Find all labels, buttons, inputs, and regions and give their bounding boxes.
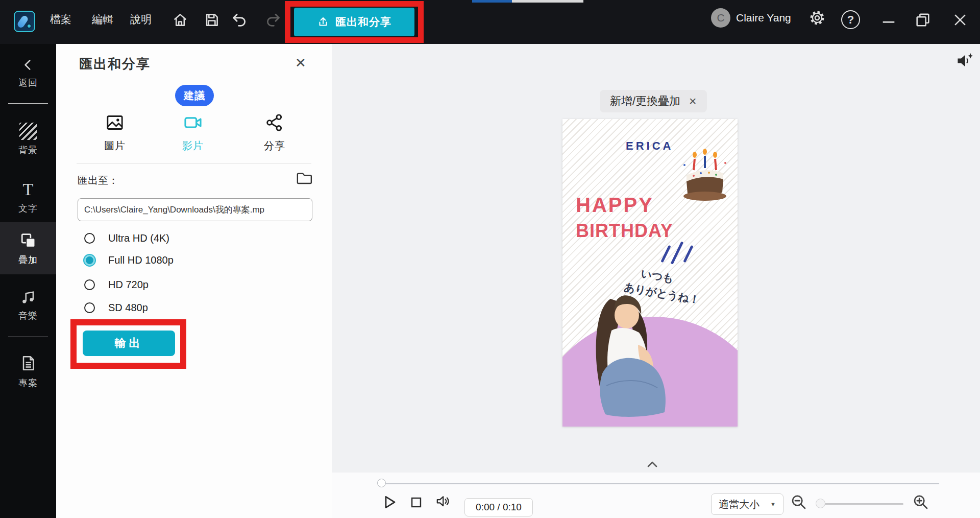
titlebar: 檔案 編輯 說明 匯出和分享 <box>0 0 980 44</box>
recommended-badge: 建議 <box>175 85 214 106</box>
resolution-label: SD 480p <box>108 302 148 314</box>
music-icon <box>19 288 37 305</box>
tab-video[interactable]: 影片 <box>165 112 221 153</box>
export-share-button[interactable]: 匯出和分享 <box>294 8 414 36</box>
playback-bar <box>332 473 980 518</box>
radio-unchecked-icon <box>84 302 95 313</box>
tab-label: 分享 <box>264 139 285 153</box>
sidebar-item-project[interactable]: 專案 <box>0 349 56 389</box>
tab-share[interactable]: 分享 <box>247 112 303 153</box>
resolution-label: Full HD 1080p <box>108 254 174 266</box>
share-icon <box>263 112 286 133</box>
girl-photo <box>576 284 681 427</box>
restore-icon[interactable] <box>914 11 932 29</box>
collapse-chevron-icon[interactable] <box>641 459 664 470</box>
sidebar-item-background[interactable]: 背景 <box>0 119 56 156</box>
sidebar-item-label: 疊加 <box>18 254 38 266</box>
folder-icon[interactable] <box>295 170 313 187</box>
add-replace-overlay-chip[interactable]: 新增/更換疊加 ✕ <box>600 90 707 112</box>
sidebar-item-label: 音樂 <box>18 310 38 322</box>
resolution-option-480p[interactable]: SD 480p <box>84 302 148 314</box>
chip-close-icon[interactable]: ✕ <box>689 96 697 107</box>
zoom-in-icon[interactable] <box>912 493 929 511</box>
user-name: Claire Yang <box>736 12 791 24</box>
resolution-option-720p[interactable]: HD 720p <box>84 279 149 291</box>
panel-close-icon[interactable]: ✕ <box>295 55 306 71</box>
save-icon[interactable] <box>203 11 220 29</box>
canvas-area: 新增/更換疊加 ✕ ERICA HAPPY BIRTHDAY <box>332 44 980 518</box>
zoom-fit-dropdown[interactable]: 適當大小 ▼ <box>711 493 783 515</box>
background-icon <box>19 123 37 140</box>
gear-icon[interactable] <box>808 9 826 27</box>
sidebar-item-text[interactable]: T 文字 <box>0 177 56 215</box>
export-path-input[interactable] <box>78 198 312 221</box>
back-chevron-icon <box>21 57 35 73</box>
app-logo[interactable] <box>14 11 35 32</box>
menu-edit[interactable]: 編輯 <box>92 12 113 27</box>
timeline-scrubber-track[interactable] <box>380 483 939 484</box>
time-display: 0:00 / 0:10 <box>464 498 533 516</box>
overlay-icon <box>19 231 37 250</box>
sidebar-item-overlay[interactable]: 疊加 <box>0 222 56 274</box>
sidebar-item-label: 背景 <box>18 144 38 156</box>
sidebar-item-label: 文字 <box>18 202 38 215</box>
project-icon <box>19 354 37 373</box>
close-icon[interactable] <box>951 11 969 29</box>
resolution-label: HD 720p <box>108 279 149 291</box>
sidebar: 返回 背景 T 文字 疊加 音樂 <box>0 44 56 518</box>
resolution-option-4k[interactable]: Ultra HD (4K) <box>84 232 169 244</box>
radio-unchecked-icon <box>84 233 95 244</box>
sidebar-back-label: 返回 <box>18 77 38 89</box>
radio-checked-icon <box>84 255 95 266</box>
birthday-card-preview[interactable]: ERICA HAPPY BIRTHDAY <box>562 119 738 427</box>
upload-icon <box>317 16 329 28</box>
stop-icon[interactable] <box>409 496 423 509</box>
sidebar-divider <box>8 103 48 104</box>
card-headline-1: HAPPY <box>576 194 654 217</box>
card-headline-2: BIRTHDAY <box>576 220 673 242</box>
export-panel: 匯出和分享 ✕ 建議 圖片 影片 分享 匯出至： <box>56 44 332 518</box>
help-glyph: ? <box>847 13 854 27</box>
sidebar-item-music[interactable]: 音樂 <box>0 284 56 322</box>
redo-icon[interactable] <box>264 11 282 29</box>
sidebar-item-label: 專案 <box>18 377 38 389</box>
menu-file[interactable]: 檔案 <box>50 12 71 27</box>
birthday-cake-illustration <box>681 148 728 205</box>
resolution-label: Ultra HD (4K) <box>108 232 169 244</box>
image-icon <box>104 112 126 133</box>
resolution-option-1080p[interactable]: Full HD 1080p <box>84 254 174 266</box>
caret-down-icon: ▼ <box>770 501 776 507</box>
play-icon[interactable] <box>381 493 398 511</box>
card-name-text: ERICA <box>626 139 673 153</box>
text-icon: T <box>23 181 34 198</box>
export-share-label: 匯出和分享 <box>335 15 391 29</box>
app-window: 檔案 編輯 說明 匯出和分享 <box>0 0 980 518</box>
sidebar-divider <box>8 336 48 337</box>
export-to-label: 匯出至： <box>78 174 118 187</box>
video-icon <box>182 112 204 133</box>
zoom-fit-label: 適當大小 <box>719 498 760 511</box>
zoom-slider-track[interactable] <box>821 503 903 505</box>
zoom-slider-handle[interactable] <box>816 499 825 508</box>
timeline-scrubber-handle[interactable] <box>377 479 386 487</box>
tab-image[interactable]: 圖片 <box>87 112 143 153</box>
top-edge-artifact-gray <box>512 0 583 3</box>
audio-settings-icon[interactable] <box>955 51 975 70</box>
home-icon[interactable] <box>172 11 189 29</box>
output-button[interactable]: 輸出 <box>83 331 175 356</box>
panel-divider <box>77 163 311 164</box>
undo-icon[interactable] <box>231 11 248 29</box>
menu-help[interactable]: 說明 <box>130 12 152 27</box>
zoom-out-icon[interactable] <box>790 493 807 511</box>
panel-title: 匯出和分享 <box>79 55 151 73</box>
tab-label: 圖片 <box>104 139 126 153</box>
sidebar-back-button[interactable]: 返回 <box>0 53 56 89</box>
time-value: 0:00 / 0:10 <box>476 502 522 513</box>
radio-unchecked-icon <box>84 279 95 290</box>
help-icon[interactable]: ? <box>841 10 860 29</box>
top-edge-artifact-blue <box>472 0 512 3</box>
volume-icon[interactable] <box>435 493 452 510</box>
overlay-chip-label: 新增/更換疊加 <box>610 93 680 109</box>
avatar[interactable]: C <box>711 8 730 28</box>
minimize-icon[interactable] <box>880 11 897 29</box>
